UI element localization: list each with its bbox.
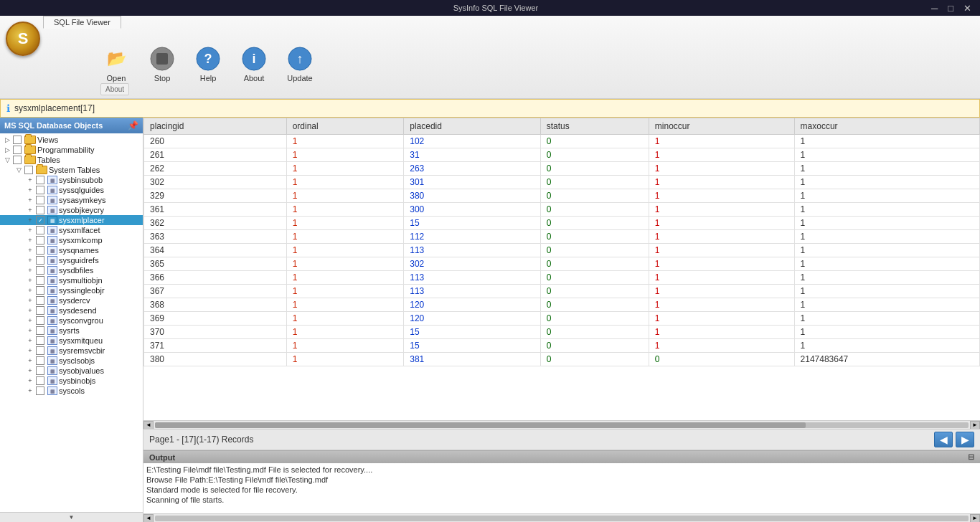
output-resize-icon[interactable]: ⊟ (968, 452, 974, 462)
cell-status: 0 (540, 217, 649, 230)
tree-item-sysconvgrou[interactable]: + ▦ sysconvgrou (0, 315, 143, 326)
tree-item-system-tables[interactable]: ▽ System Tables (0, 165, 143, 175)
tree-item-sysxmitqueu[interactable]: + ▦ sysxmitqueu (0, 336, 143, 346)
checkbox-sysremsvcbir[interactable] (36, 346, 44, 355)
tree-item-sysxmlfacet[interactable]: + ▦ sysxmlfacet (0, 225, 143, 235)
tree-item-syssqlguides[interactable]: + ▦ syssqlguides (0, 185, 143, 195)
checkbox-sysxmitqueu[interactable] (36, 336, 44, 345)
checkbox-tables[interactable] (13, 156, 22, 164)
tree-item-sysguidrefs[interactable]: + ▦ sysguidrefs (0, 255, 143, 265)
open-button[interactable]: 📂 Open (95, 42, 138, 86)
checkbox-syssqlguides[interactable] (36, 186, 44, 194)
table-row[interactable]: 3661113011 (144, 271, 980, 285)
checkbox-sysasymkeys[interactable] (36, 196, 44, 204)
hscroll-right-btn[interactable]: ► (970, 421, 980, 430)
table-row[interactable]: 3681120011 (144, 298, 980, 312)
table-row[interactable]: 3611300011 (144, 203, 980, 217)
checkbox-sysguidrefs[interactable] (36, 256, 44, 265)
ribbon-tab-sqlfileviewer[interactable]: SQL File Viewer (43, 16, 121, 29)
close-button[interactable]: ✕ (961, 3, 974, 14)
table-row[interactable]: 3651302011 (144, 257, 980, 271)
table-row[interactable]: 3641113011 (144, 244, 980, 257)
table-row[interactable]: 370115011 (144, 326, 980, 339)
table-row[interactable]: 371115011 (144, 339, 980, 353)
checkbox-sysmultiobjn[interactable] (36, 276, 44, 285)
data-grid[interactable]: placingid ordinal placedid status minocc… (143, 118, 980, 420)
checkbox-sysbinsubob[interactable] (36, 176, 44, 184)
table-row[interactable]: 362115011 (144, 217, 980, 230)
hscroll-left-btn[interactable]: ◄ (143, 421, 154, 430)
tree-item-sysclsobjs[interactable]: + ▦ sysclsobjs (0, 356, 143, 366)
help-button[interactable]: ? Help (187, 42, 230, 86)
minimize-button[interactable]: ─ (928, 3, 941, 14)
tree-item-sysxmlplacer[interactable]: + ✓ ▦ sysxmlplacer (0, 215, 143, 225)
tree-item-sysmultiobjn[interactable]: + ▦ sysmultiobjn (0, 275, 143, 285)
checkbox-syssingleobjr[interactable] (36, 286, 44, 295)
tree-item-sysasymkeys[interactable]: + ▦ sysasymkeys (0, 195, 143, 205)
tree-item-sysdbfiles[interactable]: + ▦ sysdbfiles (0, 265, 143, 275)
table-row[interactable]: 3291380011 (144, 189, 980, 203)
table-row[interactable]: 2621263011 (144, 162, 980, 176)
label-sysdercv: sysdercv (59, 296, 90, 305)
next-page-button[interactable]: ▶ (956, 432, 974, 447)
checkbox-sysclsobjs[interactable] (36, 356, 44, 365)
checkbox-prog[interactable] (13, 146, 22, 154)
tree-item-syssingleobjr[interactable]: + ▦ syssingleobjr (0, 285, 143, 295)
maximize-button[interactable]: □ (945, 3, 956, 14)
table-row[interactable]: 3691120011 (144, 312, 980, 326)
checkbox-sysxmlcomp[interactable] (36, 236, 44, 245)
checkbox-sysqnames[interactable] (36, 246, 44, 255)
tree-item-sysqnames[interactable]: + ▦ sysqnames (0, 245, 143, 255)
output-hscroll-left[interactable]: ◄ (143, 514, 154, 523)
checkbox-views[interactable] (13, 136, 22, 144)
table-row[interactable]: 261131011 (144, 148, 980, 162)
output-content[interactable]: E:\Testing File\mdf file\Testing.mdf Fil… (143, 463, 980, 513)
tree-scroll-down[interactable]: ▼ (0, 512, 143, 522)
checkbox-sysrts[interactable] (36, 326, 44, 335)
checkbox-sysxmlfacet[interactable] (36, 226, 44, 234)
checkbox-sysobjkeycry[interactable] (36, 206, 44, 214)
table-row[interactable]: 3631112011 (144, 230, 980, 244)
checkbox-sysbinobjs[interactable] (36, 376, 44, 385)
tree-item-syscols[interactable]: + ▦ syscols (0, 386, 143, 396)
tree-item-views[interactable]: ▷ Views (0, 135, 143, 145)
checkbox-sysdbfiles[interactable] (36, 266, 44, 275)
table-row[interactable]: 2601102011 (144, 135, 980, 148)
checkbox-sysdercv[interactable] (36, 296, 44, 305)
checkbox-syscols[interactable] (36, 386, 44, 395)
table-icon-sysxmitqueu: ▦ (47, 336, 57, 345)
tree-item-tables[interactable]: ▽ Tables (0, 155, 143, 165)
stop-button[interactable]: Stop (141, 42, 184, 86)
cell-placedid: 120 (404, 312, 540, 326)
table-row[interactable]: 3671113011 (144, 285, 980, 298)
tree-item-sysdesend[interactable]: + ▦ sysdesend (0, 305, 143, 315)
cell-placedid: 380 (404, 189, 540, 203)
output-hscroll[interactable]: ◄ ► (143, 513, 980, 522)
tree-item-sysxmlcomp[interactable]: + ▦ sysxmlcomp (0, 235, 143, 245)
hscroll-track[interactable] (155, 422, 969, 428)
tree-item-sysrts[interactable]: + ▦ sysrts (0, 326, 143, 336)
tree-item-sysobjvalues[interactable]: + ▦ sysobjvalues (0, 366, 143, 376)
output-hscroll-track[interactable] (155, 516, 969, 521)
checkbox-sysconvgrou[interactable] (36, 316, 44, 325)
table-row[interactable]: 3801381002147483647 (144, 353, 980, 366)
tree-item-sysobjkeycry[interactable]: + ▦ sysobjkeycry (0, 205, 143, 215)
tree-item-sysdercv[interactable]: + ▦ sysdercv (0, 295, 143, 305)
checkbox-sysdesend[interactable] (36, 306, 44, 315)
prev-page-button[interactable]: ◀ (934, 432, 953, 447)
tree-item-sysremsvcbir[interactable]: + ▦ sysremsvcbir (0, 346, 143, 356)
about-button[interactable]: i About (232, 42, 275, 86)
tree-item-programmability[interactable]: ▷ Programmability (0, 145, 143, 155)
tree-item-sysbinobjs[interactable]: + ▦ sysbinobjs (0, 376, 143, 386)
table-row[interactable]: 3021301011 (144, 176, 980, 189)
tree-item-sysbinsubob[interactable]: + ▦ sysbinsubob (0, 175, 143, 185)
checkbox-sysobjvalues[interactable] (36, 366, 44, 375)
left-panel-header: MS SQL Database Objects 📌 (0, 118, 143, 133)
output-hscroll-right[interactable]: ► (970, 514, 980, 523)
checkbox-sysxmlplacer[interactable]: ✓ (36, 216, 44, 224)
grid-hscroll[interactable]: ◄ ► (143, 420, 980, 429)
tree-area[interactable]: ▷ Views ▷ Programmability ▽ Tables (0, 133, 143, 512)
ribbon-group-area: About (43, 83, 980, 95)
checkbox-sys-tables[interactable] (24, 166, 33, 174)
update-button[interactable]: ↑ Update (278, 42, 321, 86)
